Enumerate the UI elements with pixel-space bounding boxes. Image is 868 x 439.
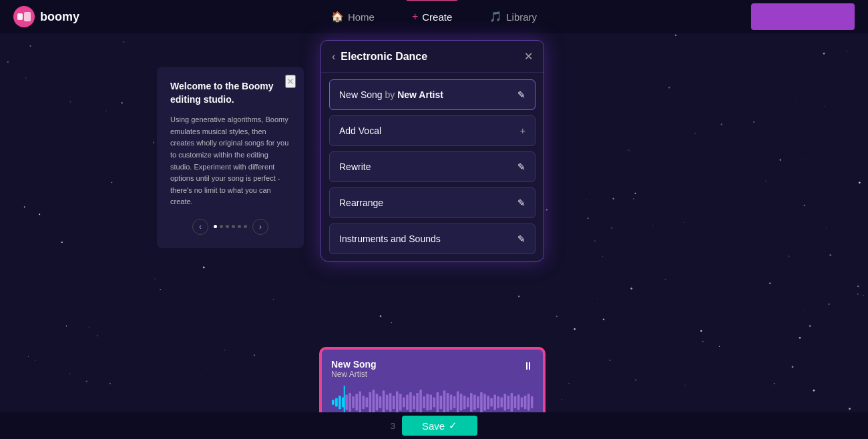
add-vocal-label: Add Vocal [339,125,381,136]
svg-rect-28 [419,390,422,415]
svg-rect-17 [383,390,385,414]
svg-rect-22 [399,394,402,410]
svg-rect-9 [355,394,358,410]
new-song-edit-icon: ✎ [517,89,525,100]
new-song-label: New Song by New Artist [339,89,443,100]
svg-rect-12 [366,397,369,407]
rearrange-row[interactable]: Rearrange ✎ [329,187,535,218]
svg-rect-3 [335,398,338,407]
welcome-close-button[interactable]: ✕ [285,75,296,88]
svg-rect-8 [352,396,355,408]
svg-rect-25 [409,392,412,412]
svg-rect-52 [500,397,503,407]
svg-rect-1 [24,12,31,21]
svg-rect-19 [389,393,392,412]
svg-rect-14 [373,390,375,415]
home-icon: 🏠 [331,11,344,23]
nav-home-label: Home [348,11,375,23]
svg-rect-41 [463,396,466,409]
pagination-dots [214,225,247,228]
svg-rect-57 [517,395,520,410]
rewrite-label: Rewrite [339,161,371,172]
player-artist-name: New Artist [331,370,377,379]
modal-body: New Song by New Artist ✎ Add Vocal + Rew… [321,73,544,261]
svg-rect-27 [416,393,419,412]
svg-rect-48 [487,396,489,409]
svg-rect-46 [480,392,483,412]
instruments-label: Instruments and Sounds [339,234,441,244]
svg-rect-34 [440,396,443,409]
welcome-title: Welcome to the Boomy editing studio. [170,80,290,106]
pagination-prev-button[interactable]: ‹ [192,219,208,235]
modal-back-button[interactable]: ‹ [332,51,335,63]
svg-rect-51 [497,396,499,408]
player-info: New Song New Artist [331,359,377,379]
nav-home[interactable]: 🏠 Home [326,8,380,25]
modal-close-button[interactable]: ✕ [524,50,533,63]
dot-4 [232,225,235,228]
dot-2 [220,225,223,228]
svg-rect-45 [477,396,479,408]
new-song-row[interactable]: New Song by New Artist ✎ [329,79,535,110]
svg-rect-4 [339,396,341,409]
pagination-next-button[interactable]: › [252,219,268,235]
rearrange-edit-icon: ✎ [517,197,525,208]
modal-title: Electronic Dance [341,51,427,63]
navbar-nav: 🏠 Home + Create 🎵 Library [326,8,542,25]
navbar: boomy 🏠 Home + Create 🎵 Library [0,0,868,33]
svg-rect-56 [514,396,517,408]
nav-library-label: Library [506,11,537,23]
instruments-edit-icon: ✎ [517,234,525,244]
brand: boomy [13,6,79,27]
svg-rect-10 [359,392,361,414]
rewrite-row[interactable]: Rewrite ✎ [329,151,535,182]
bottom-bar: 3 Save ✓ [0,412,868,439]
cta-button[interactable] [751,3,855,30]
create-icon: + [412,11,418,23]
svg-rect-44 [473,395,476,410]
svg-rect-29 [423,396,425,408]
svg-rect-55 [511,393,513,412]
player-header: New Song New Artist ⏸ [331,359,533,379]
svg-rect-26 [413,396,415,409]
welcome-card: ✕ Welcome to the Boomy editing studio. U… [157,67,304,248]
brand-logo [13,6,35,27]
add-vocal-icon: + [520,125,525,136]
add-vocal-row[interactable]: Add Vocal + [329,115,535,146]
nav-create-label: Create [422,11,452,23]
svg-rect-47 [483,394,486,410]
rewrite-edit-icon: ✎ [517,161,525,172]
svg-rect-60 [527,394,530,410]
svg-rect-43 [470,393,473,412]
svg-rect-30 [426,394,429,410]
modal-header: ‹ Electronic Dance ✕ [321,41,544,73]
step-number: 3 [391,421,395,431]
svg-rect-58 [521,397,523,407]
svg-rect-37 [450,395,453,410]
svg-rect-61 [531,396,533,408]
dot-5 [238,225,241,228]
svg-rect-40 [460,394,463,410]
svg-rect-42 [467,397,469,407]
svg-rect-36 [447,393,449,412]
save-button[interactable]: Save ✓ [402,416,477,436]
dot-3 [226,225,229,228]
navbar-right [751,3,855,30]
rearrange-label: Rearrange [339,197,383,208]
save-label: Save [422,420,445,432]
svg-rect-21 [396,392,399,414]
player-song-name: New Song [331,359,377,370]
svg-rect-6 [345,395,348,410]
instruments-row[interactable]: Instruments and Sounds ✎ [329,224,535,254]
nav-library[interactable]: 🎵 Library [484,8,542,25]
modal-title-row: ‹ Electronic Dance [332,51,427,63]
brand-name: boomy [40,10,79,24]
svg-rect-13 [369,392,371,412]
player-pause-button[interactable]: ⏸ [523,360,533,372]
svg-rect-53 [504,394,507,410]
svg-rect-38 [453,396,456,408]
svg-rect-50 [493,395,496,410]
edit-modal: ‹ Electronic Dance ✕ New Song by New Art… [320,40,544,262]
nav-create[interactable]: + Create [407,8,457,25]
svg-rect-39 [457,392,459,414]
